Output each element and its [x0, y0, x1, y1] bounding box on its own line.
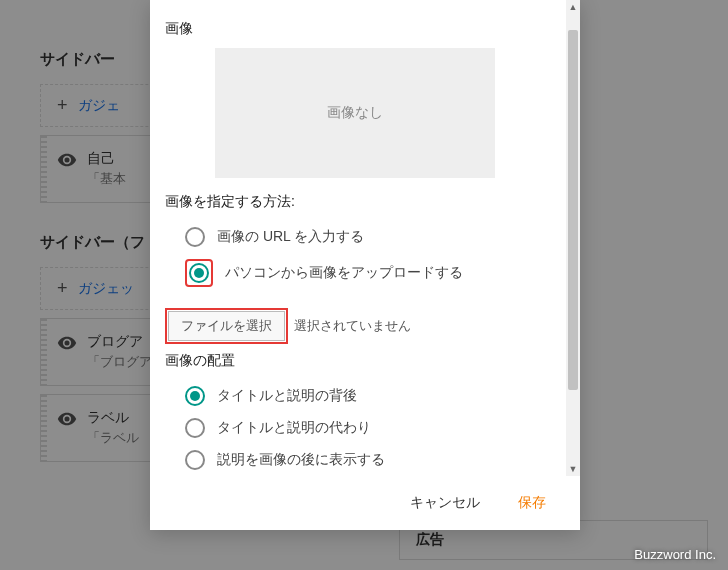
radio-icon [185, 418, 205, 438]
scroll-down-icon[interactable]: ▼ [568, 462, 578, 476]
scrollbar[interactable]: ▲ ▼ [566, 0, 580, 476]
placement-label: 画像の配置 [165, 352, 550, 370]
placement-option-instead[interactable]: タイトルと説明の代わり [185, 412, 550, 444]
watermark: Buzzword Inc. [634, 547, 716, 562]
image-label: 画像 [165, 20, 550, 38]
radio-label: 画像の URL を入力する [217, 228, 364, 246]
placement-option-behind[interactable]: タイトルと説明の背後 [185, 380, 550, 412]
save-button[interactable]: 保存 [514, 488, 550, 518]
radio-icon [185, 227, 205, 247]
choose-file-button[interactable]: ファイルを選択 [168, 311, 285, 341]
file-select-row: ファイルを選択 選択されていません [165, 308, 550, 344]
image-config-modal: 画像 画像なし 画像を指定する方法: 画像の URL を入力する パソコンから画… [150, 0, 580, 530]
cancel-button[interactable]: キャンセル [406, 488, 484, 518]
image-placeholder: 画像なし [215, 48, 495, 178]
radio-label: タイトルと説明の背後 [217, 387, 357, 405]
file-status-text: 選択されていません [294, 317, 411, 335]
modal-body: 画像 画像なし 画像を指定する方法: 画像の URL を入力する パソコンから画… [150, 0, 580, 476]
radio-label: 説明を画像の後に表示する [217, 451, 385, 469]
image-placeholder-text: 画像なし [327, 104, 383, 122]
highlight-marker [185, 259, 213, 287]
placement-option-after[interactable]: 説明を画像の後に表示する [185, 444, 550, 476]
scroll-up-icon[interactable]: ▲ [568, 0, 578, 14]
radio-label: パソコンから画像をアップロードする [225, 264, 463, 282]
method-radio-group: 画像の URL を入力する パソコンから画像をアップロードする [185, 221, 550, 293]
method-option-url[interactable]: 画像の URL を入力する [185, 221, 550, 253]
radio-icon [189, 263, 209, 283]
modal-footer: キャンセル 保存 [150, 476, 580, 530]
highlight-marker: ファイルを選択 [165, 308, 288, 344]
placement-radio-group: タイトルと説明の背後 タイトルと説明の代わり 説明を画像の後に表示する [185, 380, 550, 476]
method-option-upload[interactable]: パソコンから画像をアップロードする [185, 253, 550, 293]
radio-icon [185, 386, 205, 406]
method-label: 画像を指定する方法: [165, 193, 550, 211]
scrollbar-thumb[interactable] [568, 30, 578, 390]
radio-label: タイトルと説明の代わり [217, 419, 371, 437]
radio-icon [185, 450, 205, 470]
